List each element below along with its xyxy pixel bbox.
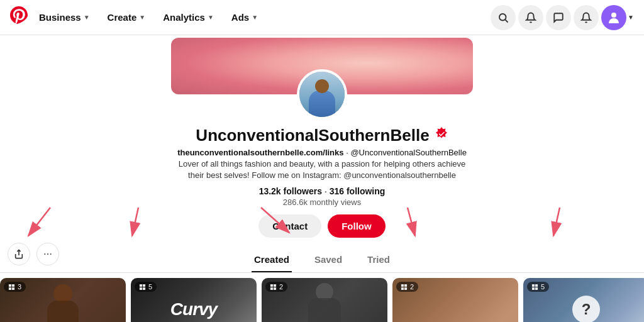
svg-rect-13 (140, 287, 142, 290)
svg-line-1 (505, 19, 508, 22)
chevron-down-icon: ▼ (252, 14, 258, 21)
svg-rect-25 (532, 287, 535, 290)
svg-rect-20 (404, 284, 407, 287)
profile-website[interactable]: theunconventionalsouthernbelle.com/links… (177, 148, 467, 157)
more-options-button[interactable] (36, 243, 59, 265)
board-thumb-2[interactable]: 5 Curvy (131, 278, 257, 322)
account-chevron-icon: ▼ (628, 14, 634, 21)
profile-name-row: UnconventionalSouthernBelle (196, 126, 448, 145)
board-text-2: Curvy (170, 299, 217, 319)
board-count-5: 5 (541, 283, 545, 291)
nav-ads-label: Ads (231, 12, 249, 23)
nav-analytics-label: Analytics (163, 12, 205, 23)
stats-separator: · (325, 186, 330, 196)
profile-avatar (297, 69, 347, 119)
pinterest-logo[interactable] (10, 6, 28, 28)
monthly-views: 286.6k monthly views (283, 197, 361, 207)
svg-point-4 (44, 253, 45, 255)
following-count[interactable]: 316 following (330, 186, 386, 196)
svg-rect-21 (401, 287, 404, 290)
followers-count[interactable]: 13.2k followers (259, 186, 322, 196)
navbar: Business ▼ Create ▼ Analytics ▼ Ads ▼ (0, 0, 644, 35)
profile-bio: Lover of all things fashion and beauty, … (177, 158, 467, 181)
svg-point-5 (47, 253, 48, 255)
nav-business-label: Business (39, 12, 81, 23)
profile-handle: @UnconventionalSouthernBelle (350, 148, 466, 157)
nav-create-label: Create (108, 12, 137, 23)
svg-rect-12 (143, 284, 145, 287)
notifications-button[interactable] (518, 5, 543, 30)
svg-rect-22 (404, 287, 407, 290)
tabs-row: Created Saved Tried (0, 248, 644, 273)
board-thumb-4[interactable]: 2 (392, 278, 518, 322)
website-link[interactable]: theunconventionalsouthernbelle.com/links (177, 148, 343, 157)
alerts-button[interactable] (574, 5, 599, 30)
profile-actions: Contact Follow (258, 214, 385, 238)
svg-point-0 (499, 14, 506, 21)
board-badge-5: 5 (527, 282, 549, 292)
tab-tried[interactable]: Tried (365, 248, 392, 272)
tab-saved[interactable]: Saved (312, 248, 345, 272)
svg-rect-19 (401, 284, 404, 287)
board-badge-4: 2 (396, 282, 418, 292)
avatar[interactable] (601, 5, 626, 30)
board-thumb-3[interactable]: 2 (262, 278, 387, 322)
nav-business[interactable]: Business ▼ (33, 8, 96, 26)
nav-right: ▼ (491, 5, 634, 30)
board-badge-2: 5 (135, 282, 157, 292)
svg-rect-26 (535, 287, 538, 290)
search-button[interactable] (491, 5, 516, 30)
board-count-4: 2 (410, 283, 414, 291)
svg-rect-23 (532, 284, 535, 287)
board-question-icon: ? (572, 296, 600, 322)
nav-ads[interactable]: Ads ▼ (225, 8, 264, 26)
verified-icon (435, 127, 448, 145)
profile-username: UnconventionalSouthernBelle (196, 126, 429, 145)
nav-create[interactable]: Create ▼ (101, 8, 152, 26)
profile-mini-actions (8, 243, 59, 265)
avatar-image (299, 72, 345, 117)
svg-point-2 (611, 13, 616, 18)
nav-left: Business ▼ Create ▼ Analytics ▼ Ads ▼ (10, 6, 264, 28)
svg-rect-24 (535, 284, 538, 287)
chevron-down-icon: ▼ (84, 14, 90, 21)
boards-row: 3 5 Curvy (0, 273, 644, 322)
nav-analytics[interactable]: Analytics ▼ (157, 8, 220, 26)
chevron-down-icon: ▼ (208, 14, 214, 21)
board-thumb-5[interactable]: 5 ? (523, 278, 644, 322)
messages-button[interactable] (546, 5, 571, 30)
svg-rect-11 (140, 284, 142, 287)
share-button[interactable] (8, 243, 30, 265)
tab-created[interactable]: Created (252, 248, 292, 272)
svg-rect-14 (143, 287, 145, 290)
account-dropdown[interactable]: ▼ (601, 5, 634, 30)
board-count-2: 5 (148, 283, 152, 291)
board-thumb-1[interactable]: 3 (0, 278, 126, 322)
contact-button[interactable]: Contact (258, 214, 321, 238)
chevron-down-icon: ▼ (139, 14, 145, 21)
follow-button[interactable]: Follow (328, 214, 386, 238)
main-content: UnconventionalSouthernBelle theunconvent… (0, 35, 644, 322)
profile-stats: 13.2k followers · 316 following (259, 186, 386, 196)
svg-point-6 (50, 253, 52, 255)
